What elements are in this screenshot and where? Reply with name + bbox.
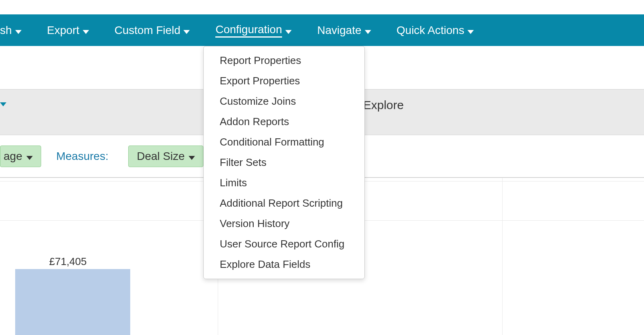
chart-gridline-vertical <box>502 178 503 335</box>
menu-label: sh <box>0 24 12 37</box>
dropdown-item-addon-reports[interactable]: Addon Reports <box>204 112 364 132</box>
caret-down-icon <box>467 24 474 37</box>
menu-item-custom-field[interactable]: Custom Field <box>102 14 203 46</box>
dropdown-item-explore-data-fields[interactable]: Explore Data Fields <box>204 254 364 275</box>
measures-label: Measures: <box>56 150 109 163</box>
dropdown-item-conditional-formatting[interactable]: Conditional Formatting <box>204 132 364 152</box>
caret-down-icon <box>83 24 89 37</box>
caret-down-icon <box>285 24 292 37</box>
pill-deal-size[interactable]: Deal Size <box>128 146 203 167</box>
pill-partial-age[interactable]: age <box>0 146 41 167</box>
menu-label: Configuration <box>215 23 282 38</box>
dropdown-item-limits[interactable]: Limits <box>204 173 364 193</box>
dropdown-item-customize-joins[interactable]: Customize Joins <box>204 91 364 112</box>
menu-label: Custom Field <box>115 24 181 37</box>
menu-item-configuration[interactable]: Configuration <box>203 14 304 46</box>
partial-caret-icon[interactable] <box>0 101 6 108</box>
dropdown-item-user-source-report-config[interactable]: User Source Report Config <box>204 234 364 254</box>
dropdown-item-version-history[interactable]: Version History <box>204 213 364 234</box>
pill-label: Deal Size <box>137 150 185 163</box>
pill-label: age <box>4 150 22 163</box>
explore-label[interactable]: Explore <box>363 98 404 112</box>
top-blank-space <box>0 0 644 14</box>
dropdown-item-report-properties[interactable]: Report Properties <box>204 50 364 71</box>
dropdown-item-export-properties[interactable]: Export Properties <box>204 71 364 91</box>
chart-bar[interactable] <box>15 269 130 335</box>
caret-down-icon <box>15 24 22 37</box>
main-menubar: sh Export Custom Field Configuration Nav… <box>0 14 644 46</box>
menu-label: Quick Actions <box>397 24 465 37</box>
menu-item-navigate[interactable]: Navigate <box>304 14 384 46</box>
menu-item-partial[interactable]: sh <box>0 14 34 46</box>
menu-label: Export <box>47 24 80 37</box>
configuration-dropdown: Report Properties Export Properties Cust… <box>203 46 365 279</box>
bar-value-label: £71,405 <box>40 255 96 268</box>
menu-item-export[interactable]: Export <box>34 14 102 46</box>
dropdown-item-filter-sets[interactable]: Filter Sets <box>204 152 364 173</box>
caret-down-icon <box>365 24 371 37</box>
dropdown-item-additional-report-scripting[interactable]: Additional Report Scripting <box>204 193 364 213</box>
caret-down-icon <box>189 150 195 163</box>
caret-down-icon <box>26 150 33 163</box>
menu-label: Navigate <box>317 24 362 37</box>
caret-down-icon <box>183 24 190 37</box>
menu-item-quick-actions[interactable]: Quick Actions <box>384 14 487 46</box>
